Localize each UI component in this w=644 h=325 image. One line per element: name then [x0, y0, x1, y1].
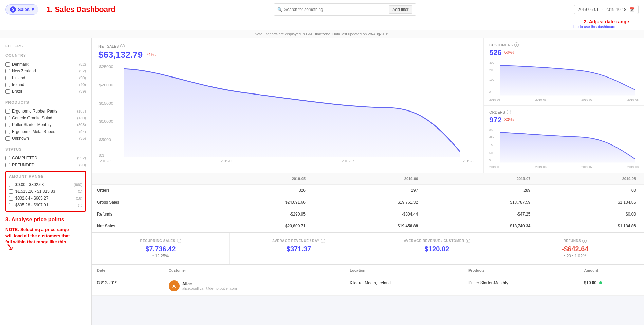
brand-icon: S — [10, 6, 16, 13]
country-filter-item: Brazil(39) — [5, 88, 86, 95]
product-checkbox[interactable] — [5, 130, 10, 134]
product-checkbox-label[interactable]: Ergonomic Rubber Pants — [5, 109, 57, 114]
row-value: $18,787.59 — [426, 196, 538, 208]
customers-info-icon[interactable]: i — [514, 42, 519, 47]
amount-filter-item: $302.64 - $605.27(18) — [9, 195, 82, 202]
country-filter-item: Ireland(40) — [5, 81, 86, 88]
amount-checkbox[interactable] — [9, 189, 13, 194]
row-label: Net Sales — [92, 220, 201, 232]
tap-link[interactable]: Tap to use this dashboard — [0, 24, 629, 29]
product-checkbox[interactable] — [5, 136, 10, 141]
amount-checkbox-label[interactable]: $605.28 - $907.91 — [9, 203, 48, 207]
col-2019-08: 2019-08 — [538, 173, 644, 185]
customer-email: alice.osullivan@demo.putler.com — [182, 286, 237, 290]
calendar-icon: 📅 — [630, 7, 635, 12]
tx-amount: $19.00 — [579, 276, 644, 296]
customers-chart-panel: CUSTOMERS i 526 60%↓ — [484, 38, 644, 106]
row-value: $18,740.34 — [426, 220, 538, 232]
row-value: -$304.44 — [314, 208, 426, 220]
tx-location: Kildare, Meath, Ireland — [344, 276, 463, 296]
country-checkbox[interactable] — [5, 89, 10, 94]
orders-info-icon[interactable]: i — [507, 110, 511, 114]
search-bar[interactable]: 🔍 Add filter — [274, 3, 416, 16]
stat-info-icon[interactable]: i — [582, 239, 587, 243]
status-checkbox[interactable] — [5, 163, 10, 167]
date-range-picker[interactable]: 2019-05-01 → 2019-10-18 📅 — [574, 5, 639, 14]
filter-count: (39) — [79, 89, 86, 93]
amount-checkbox[interactable] — [9, 183, 13, 187]
status-dot — [599, 281, 602, 284]
country-filter-item: New Zealand(52) — [5, 68, 86, 74]
net-sales-change: 74%↓ — [146, 52, 156, 57]
product-checkbox-label[interactable]: Putler Starter-Monthly — [5, 122, 52, 127]
filter-count: (960) — [74, 183, 82, 187]
product-checkbox[interactable] — [5, 109, 10, 114]
stat-info-icon[interactable]: i — [321, 239, 325, 243]
summary-table-body: Orders32629728960Gross Sales$24,091.66$1… — [92, 185, 644, 232]
row-value: $23,800.71 — [201, 220, 314, 232]
net-sales-chart: $25000 $20000 $15000 $10000 $5000 $0 — [98, 64, 477, 159]
row-label: Orders — [92, 185, 201, 196]
col-2019-06: 2019-06 — [314, 173, 426, 185]
date-start: 2019-05-01 — [578, 7, 599, 12]
brand-button[interactable]: S Sales ▾ — [5, 4, 38, 15]
stat-label: AVERAGE REVENUE / CUSTOMER i — [372, 239, 502, 243]
svg-text:$20000: $20000 — [99, 83, 113, 87]
svg-text:$15000: $15000 — [99, 101, 113, 105]
summary-table: 2019-05 2019-06 2019-07 2019-08 Orders32… — [92, 173, 644, 232]
status-checkbox-label[interactable]: REFUNDED — [5, 162, 35, 167]
amount-checkbox[interactable] — [9, 203, 13, 207]
amount-checkbox-label[interactable]: $302.64 - $605.27 — [9, 196, 48, 201]
filter-count: (1) — [78, 189, 82, 193]
amount-checkbox[interactable] — [9, 196, 13, 201]
amount-range-box: AMOUNT RANGE $0.00 - $302.63(960) $1,513… — [5, 171, 86, 212]
country-checkbox[interactable] — [5, 76, 10, 80]
country-checkbox-label[interactable]: Denmark — [5, 62, 29, 67]
product-checkbox-label[interactable]: Unknown — [5, 136, 29, 141]
country-checkbox[interactable] — [5, 62, 10, 67]
country-checkbox[interactable] — [5, 69, 10, 73]
country-checkbox-label[interactable]: Ireland — [5, 82, 24, 87]
add-filter-button[interactable]: Add filter — [389, 5, 412, 14]
product-checkbox-label[interactable]: Ergonomic Metal Shoes — [5, 129, 55, 134]
stat-info-icon[interactable]: i — [177, 239, 181, 243]
charts-row: NET SALES i $63,132.79 74%↓ — [92, 38, 644, 173]
row-value: 297 — [314, 185, 426, 196]
product-checkbox[interactable] — [5, 116, 10, 120]
stat-block: REFUNDS i -$642.64 • 20 • 1.02% — [506, 233, 644, 264]
page-title: 1. Sales Dashboard — [47, 5, 115, 14]
country-filter-list: Denmark(52) New Zealand(52) Finland(50) … — [5, 61, 86, 95]
svg-text:100: 100 — [489, 78, 494, 81]
filter-count: (52) — [79, 69, 86, 73]
stat-info-icon[interactable]: i — [466, 239, 470, 243]
country-checkbox-label[interactable]: Brazil — [5, 89, 22, 94]
filter-count: (20) — [79, 163, 86, 167]
country-checkbox[interactable] — [5, 83, 10, 87]
country-checkbox-label[interactable]: New Zealand — [5, 69, 36, 73]
country-checkbox-label[interactable]: Finland — [5, 75, 25, 80]
stat-sub: • 12.25% — [96, 254, 225, 258]
amount-checkbox-label[interactable]: $1,513.20 - $1,815.83 — [9, 189, 55, 194]
customer-name: Alice — [182, 281, 237, 286]
amount-checkbox-label[interactable]: $0.00 - $302.63 — [9, 182, 44, 187]
tx-customer: A Alice alice.osullivan@demo.putler.com — [163, 276, 344, 296]
status-checkbox[interactable] — [5, 156, 10, 160]
col-location: Location — [344, 265, 463, 276]
filter-count: (40) — [79, 83, 86, 87]
product-checkbox[interactable] — [5, 123, 10, 127]
amount-filter-item: $1,513.20 - $1,815.83(1) — [9, 188, 82, 195]
status-checkbox-label[interactable]: COMPLETED — [5, 156, 37, 160]
svg-text:0: 0 — [489, 158, 491, 161]
stat-sub: • 20 • 1.02% — [510, 254, 640, 258]
search-input[interactable] — [284, 7, 386, 12]
product-filter-item: Ergonomic Metal Shoes(94) — [5, 128, 86, 135]
product-checkbox-label[interactable]: Generic Granite Salad — [5, 116, 52, 120]
transactions-body: 08/13/2019 A Alice alice.osullivan@demo.… — [92, 276, 644, 296]
amount-filter-list: $0.00 - $302.63(960) $1,513.20 - $1,815.… — [9, 181, 82, 208]
filter-count: (130) — [77, 116, 86, 120]
adjust-date-annotation: 2. Adjust date range — [584, 19, 629, 24]
customers-chart: 300 200 100 0 — [489, 60, 639, 97]
row-value: $1,134.86 — [538, 220, 644, 232]
net-sales-info-icon[interactable]: i — [120, 44, 125, 48]
net-sales-x-labels: 2019-052019-062019-072019-08 — [98, 159, 477, 163]
